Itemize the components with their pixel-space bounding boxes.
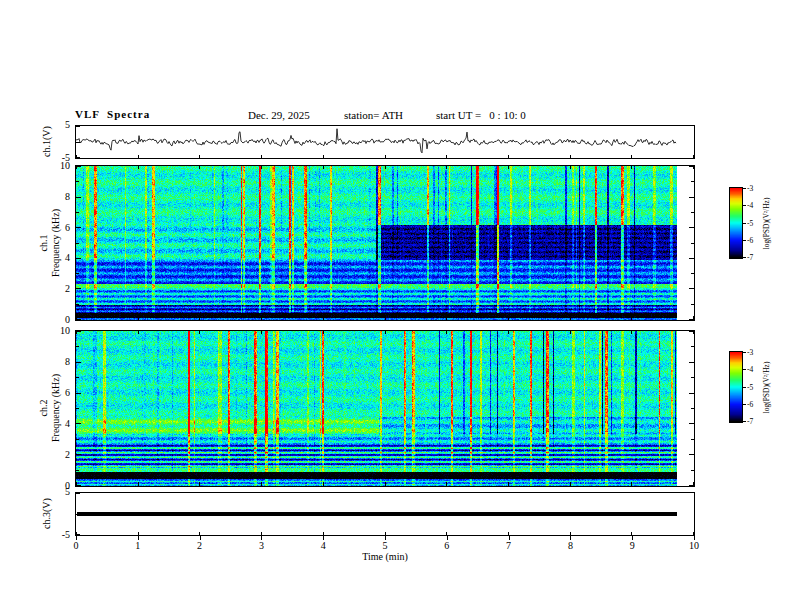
colorbar-tick-label: -7 [747, 417, 761, 426]
x-tick-label: 0 [68, 540, 84, 551]
ch2-axis-label-line2: Frequency (kHz) [50, 363, 62, 453]
x-tick-label: 1 [130, 540, 146, 551]
colorbar-tick-mark [743, 352, 746, 353]
figure-title: VLF Spectra [75, 108, 150, 120]
freq-tick-label: 4 [50, 418, 70, 429]
colorbar-tick-label: -5 [747, 219, 761, 228]
x-tick-label: 5 [377, 540, 393, 551]
colorbar-tick-label: -4 [747, 365, 761, 374]
x-tick-label: 8 [562, 540, 578, 551]
x-tick-mark [138, 536, 139, 540]
freq-tick-label: 8 [50, 356, 70, 367]
x-tick-mark [385, 536, 386, 540]
x-tick-label: 9 [624, 540, 640, 551]
ch2-spectrogram-canvas [76, 331, 694, 486]
x-tick-mark [200, 536, 201, 540]
x-tick-mark [509, 536, 510, 540]
colorbar-tick-label: -7 [747, 253, 761, 262]
colorbar-ch2-gradient [730, 352, 742, 422]
volt-tick-label: 5 [50, 119, 70, 130]
ch3-waveform-canvas [76, 493, 694, 535]
panel-ch3-waveform [75, 492, 695, 536]
x-tick-label: 6 [439, 540, 455, 551]
header-start-ut: start UT = 0 : 10: 0 [436, 109, 526, 121]
freq-tick-label: 2 [50, 449, 70, 460]
ch1-spectrogram-canvas [76, 166, 694, 320]
volt-tick-label: -5 [50, 529, 70, 540]
volt-tick-label: 5 [50, 486, 70, 497]
panel-ch2-spectrogram [75, 330, 695, 487]
freq-tick-label: 6 [50, 387, 70, 398]
colorbar-tick-mark [743, 205, 746, 206]
colorbar-tick-label: -5 [747, 383, 761, 392]
colorbar-tick-label: -6 [747, 400, 761, 409]
colorbar-tick-mark [743, 240, 746, 241]
x-tick-label: 7 [501, 540, 517, 551]
colorbar-ch2 [729, 351, 743, 423]
freq-tick-label: 0 [50, 314, 70, 325]
colorbar-tick-mark [743, 387, 746, 388]
freq-tick-label: 4 [50, 252, 70, 263]
panel-ch1-waveform [75, 125, 695, 159]
x-tick-mark [632, 536, 633, 540]
vlf-spectra-figure: VLF Spectra Dec. 29, 2025 station= ATH s… [0, 0, 792, 612]
x-axis-label: Time (min) [345, 551, 425, 562]
freq-tick-label: 10 [50, 325, 70, 336]
colorbar-tick-label: -6 [747, 236, 761, 245]
colorbar-ch1-label: log(PSD)(V²/Hz) [762, 189, 771, 259]
x-tick-label: 4 [315, 540, 331, 551]
colorbar-tick-mark [743, 223, 746, 224]
x-tick-mark [261, 536, 262, 540]
colorbar-tick-mark [743, 404, 746, 405]
colorbar-tick-mark [743, 421, 746, 422]
ch2-axis-label-line1: ch.2 [38, 363, 50, 453]
ch1-axis-label-line2: Frequency (kHz) [50, 198, 62, 288]
colorbar-ch2-label: log(PSD)(V²/Hz) [762, 353, 771, 423]
header-station: station= ATH [344, 109, 403, 121]
ch1-axis-label-line1: ch.1 [38, 198, 50, 288]
ch2-frequency-axis-label: ch.2 Frequency (kHz) [38, 363, 62, 453]
volt-tick-label: -5 [50, 152, 70, 163]
colorbar-tick-mark [743, 188, 746, 189]
freq-tick-label: 2 [50, 283, 70, 294]
x-tick-label: 2 [192, 540, 208, 551]
colorbar-ch1-gradient [730, 188, 742, 258]
x-tick-mark [447, 536, 448, 540]
x-tick-label: 3 [253, 540, 269, 551]
colorbar-tick-label: -3 [747, 348, 761, 357]
freq-tick-label: 8 [50, 191, 70, 202]
ch1-waveform-canvas [76, 126, 694, 158]
header-date: Dec. 29, 2025 [248, 109, 310, 121]
colorbar-ch1 [729, 187, 743, 259]
freq-tick-label: 6 [50, 222, 70, 233]
colorbar-tick-mark [743, 369, 746, 370]
colorbar-tick-mark [743, 257, 746, 258]
panel-ch1-spectrogram [75, 165, 695, 321]
x-tick-mark [76, 536, 77, 540]
x-tick-label: 10 [686, 540, 702, 551]
x-tick-mark [694, 536, 695, 540]
x-tick-mark [570, 536, 571, 540]
colorbar-tick-label: -4 [747, 201, 761, 210]
ch1-frequency-axis-label: ch.1 Frequency (kHz) [38, 198, 62, 288]
x-tick-mark [323, 536, 324, 540]
colorbar-tick-label: -3 [747, 184, 761, 193]
